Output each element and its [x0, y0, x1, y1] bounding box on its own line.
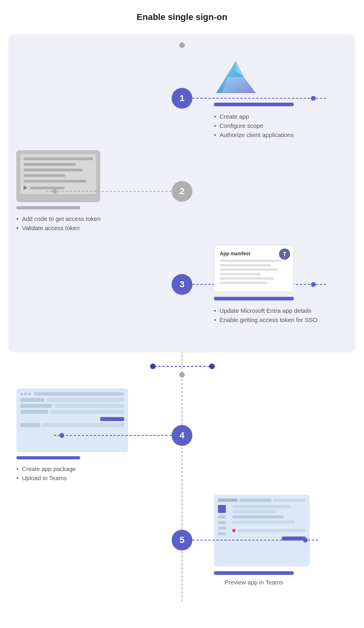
teams-icon-badge: T [279, 248, 290, 260]
terminal-row [24, 185, 93, 190]
step2-gray-bar [16, 206, 80, 209]
step5-row: 5 [16, 495, 348, 586]
transition-area [8, 352, 356, 380]
code-line-4 [24, 174, 65, 177]
teams-svg: T [279, 248, 290, 260]
mock4-dot3 [28, 393, 31, 395]
laptop-screen [20, 154, 96, 194]
manifest-line-5 [220, 277, 274, 280]
step1-row: 1 [8, 50, 356, 146]
mock4-cell1 [20, 398, 44, 402]
manifest-line-1 [220, 260, 281, 262]
code-line-2 [24, 163, 76, 166]
mock4-row3 [20, 410, 124, 414]
step2-dot [52, 189, 57, 194]
step1-bullet-1: Create app [214, 112, 294, 121]
mid-dot [179, 372, 185, 378]
manifest-line-3 [220, 268, 278, 271]
step3-dot [311, 282, 316, 287]
mock5-sb2 [218, 521, 226, 524]
step1-connector [192, 98, 326, 99]
step4-row: Create app package Upload to Teams 4 [16, 388, 348, 483]
step3-circle: 3 [172, 274, 192, 295]
mock4-cell4 [55, 404, 124, 408]
step3-bullet-1: Update Microsoft Entra app details [214, 306, 317, 315]
step1-dot [311, 96, 316, 101]
mock4-toolbar-bar [34, 392, 124, 395]
step5-circle: 5 [172, 530, 192, 550]
svg-marker-1 [216, 77, 256, 93]
mock4-dot1 [20, 393, 23, 395]
mock4-cell6 [51, 410, 124, 414]
step4-left-dot [59, 433, 64, 438]
manifest-line-6 [220, 282, 267, 284]
mock4-cell5 [20, 410, 48, 414]
step1-bullet-3: Authorize client applications [214, 130, 294, 139]
code-line-1 [24, 157, 93, 160]
mock5-content [218, 505, 306, 541]
manifest-line-4 [220, 273, 261, 275]
app-manifest-box: App manifest T [214, 245, 294, 292]
mock5-sidebar [218, 505, 230, 541]
mock5-sb-icon [218, 505, 226, 513]
code-line-6 [30, 187, 65, 189]
step5-caption: Preview app in Teams [214, 579, 294, 586]
mock4-cell3 [20, 404, 52, 408]
gray-bottom-spacer [8, 328, 356, 336]
svg-text:T: T [283, 251, 287, 257]
step4-bullet-2: Upload to Teams [16, 473, 76, 483]
manifest-title: App manifest [220, 251, 288, 256]
step2-bullet-1: Add code to get access token [16, 214, 101, 223]
mock5-alert-line [238, 529, 306, 532]
mock5-sb3 [218, 527, 226, 530]
mock4-row4 [20, 423, 124, 427]
step2-circle: 2 [172, 181, 192, 202]
step2-bullets: Add code to get access token Validate ac… [16, 214, 101, 233]
step4-bullet-1: Create app package [16, 464, 76, 473]
mock5-tb3 [273, 499, 306, 502]
step5-connector [192, 540, 318, 541]
laptop-illustration [16, 150, 100, 202]
diagram: 1 [8, 34, 356, 602]
step5-screenshot [214, 495, 310, 566]
mock5-toolbar [218, 499, 306, 502]
mock5-red-dot [232, 529, 235, 532]
step2-connector [46, 191, 172, 192]
mock5-main [232, 505, 306, 541]
mock5-sb1 [218, 515, 226, 519]
step3-row: 3 App manifest T [8, 240, 356, 328]
mock4-row2 [20, 404, 124, 408]
top-spacer [8, 34, 356, 50]
azure-logo-container [214, 57, 258, 99]
step4-connector [54, 435, 172, 436]
manifest-line-2 [220, 264, 271, 266]
mock5-line1 [232, 505, 291, 508]
step4-screenshot [16, 388, 128, 452]
transition-connector [150, 366, 214, 367]
step5-right-dot [303, 538, 308, 543]
step1-bullet-2: Configure scope [214, 121, 294, 130]
step5-bar [214, 571, 294, 575]
page: Enable single sign-on 1 [0, 0, 364, 626]
mock5-line2 [232, 510, 276, 513]
step3-bullets: Update Microsoft Entra app details Enabl… [214, 306, 317, 324]
mock5-sb4 [218, 532, 226, 535]
mock5-tb2 [239, 499, 271, 502]
step4-circle: 4 [172, 425, 192, 446]
mock5-alert-row [232, 529, 306, 532]
mock5-tb1 [218, 499, 238, 502]
step2-row: Add code to get access token Validate ac… [8, 150, 356, 233]
mock5-line3 [232, 515, 284, 519]
mock5-line4 [232, 521, 295, 524]
terminal-arrow [24, 185, 28, 190]
mock4-dot2 [24, 393, 27, 395]
step1-purple-bar [214, 103, 294, 106]
top-dot [179, 42, 185, 48]
transition-left-dot [150, 364, 156, 369]
code-line-3 [24, 169, 83, 171]
step1-bullets: Create app Configure scope Authorize cli… [214, 112, 294, 139]
mock4-cell2 [47, 398, 124, 402]
step1-circle: 1 [172, 88, 192, 109]
step4-bullets: Create app package Upload to Teams [16, 464, 76, 483]
mock4-cell8 [43, 423, 124, 427]
